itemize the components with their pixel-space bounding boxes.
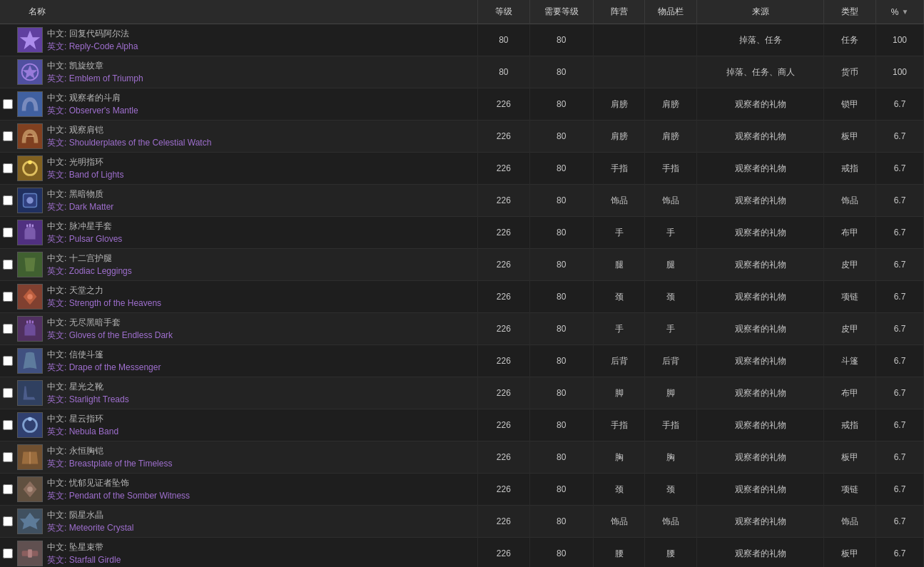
table-row: 中文: 坠星束带英文: Starfall Girdle22680腰腰观察者的礼物… (0, 538, 924, 568)
source-cell: 观察者的礼物 (696, 281, 824, 313)
name-cell: 中文: 忧郁见证者坠饰英文: Pendant of the Somber Wit… (0, 474, 478, 506)
item-en-name[interactable]: 英文: Meteorite Crystal (47, 522, 133, 534)
item-en-name[interactable]: 英文: Starfall Girdle (47, 554, 121, 566)
row-checkbox[interactable] (3, 516, 13, 526)
item-names: 中文: 星云指环英文: Nebula Band (47, 413, 118, 438)
name-cell: 中文: 光明指环英文: Band of Lights (0, 153, 478, 185)
item-en-name[interactable]: 英文: Reply-Code Alpha (47, 41, 138, 53)
item-en-name[interactable]: 英文: Gloves of the Endless Dark (47, 330, 173, 342)
slot-cell: 手指 (645, 409, 697, 441)
slot-cell: 手 (645, 313, 697, 345)
row-checkbox[interactable] (3, 548, 13, 558)
level-cell: 226 (478, 153, 530, 185)
row-checkbox[interactable] (3, 324, 13, 334)
item-en-name[interactable]: 英文: Pulsar Gloves (47, 233, 122, 245)
svg-point-33 (27, 486, 33, 492)
col-header-faction[interactable]: 阵营 (593, 0, 645, 24)
row-checkbox[interactable] (3, 228, 13, 237)
req-level-cell: 80 (529, 474, 593, 506)
items-table: 名称 等级 需要等级 阵营 物品栏 来源 类型 % ▼ 中文: 回复代码阿尔法英… (0, 0, 924, 567)
svg-rect-27 (18, 413, 42, 437)
name-cell: 中文: 观察者的斗肩英文: Observer's Mantle (0, 88, 478, 121)
req-level-cell: 80 (529, 185, 593, 217)
slot-cell: 脚 (645, 377, 697, 409)
table-row: 中文: 信使斗篷英文: Drape of the Messenger22680后… (0, 345, 924, 377)
svg-rect-38 (28, 549, 32, 557)
name-cell: 中文: 观察肩铠英文: Shoulderplates of the Celest… (0, 121, 478, 153)
row-checkbox[interactable] (3, 484, 13, 494)
item-cn-name: 中文: 忧郁见证者坠饰 (47, 477, 190, 489)
item-icon (17, 380, 43, 406)
item-en-name[interactable]: 英文: Starlight Treads (47, 394, 129, 406)
source-cell: 观察者的礼物 (696, 217, 824, 249)
level-cell: 226 (478, 217, 530, 249)
slot-cell (645, 56, 697, 88)
row-checkbox[interactable] (3, 99, 13, 109)
name-cell: 中文: 星云指环英文: Nebula Band (0, 409, 478, 441)
item-en-name[interactable]: 英文: Breastplate of the Timeless (47, 458, 172, 470)
source-cell: 观察者的礼物 (696, 441, 824, 474)
table-row: 中文: 陨星水晶英文: Meteorite Crystal22680饰品饰品观察… (0, 506, 924, 538)
row-checkbox[interactable] (3, 420, 13, 430)
col-header-type[interactable]: 类型 (824, 0, 876, 24)
item-icon (17, 412, 43, 438)
table-row: 中文: 光明指环英文: Band of Lights22680手指手指观察者的礼… (0, 153, 924, 185)
row-checkbox[interactable] (3, 388, 13, 398)
table-header-row: 名称 等级 需要等级 阵营 物品栏 来源 类型 % ▼ (0, 0, 924, 24)
item-en-name[interactable]: 英文: Zodiac Leggings (47, 265, 132, 277)
level-cell: 226 (478, 313, 530, 345)
level-cell: 226 (478, 441, 530, 474)
faction-cell: 饰品 (593, 506, 645, 538)
col-header-name[interactable]: 名称 (0, 0, 478, 24)
col-header-percent[interactable]: % ▼ (876, 0, 924, 24)
level-cell: 226 (478, 121, 530, 153)
row-checkbox[interactable] (3, 131, 13, 141)
item-cn-name: 中文: 坠星束带 (47, 541, 121, 553)
item-en-name[interactable]: 英文: Emblem of Triumph (47, 73, 143, 85)
svg-rect-26 (18, 381, 42, 405)
item-en-name[interactable]: 英文: Drape of the Messenger (47, 362, 161, 374)
col-header-level[interactable]: 等级 (478, 0, 530, 24)
item-icon (17, 444, 43, 470)
item-en-name[interactable]: 英文: Strength of the Heavens (47, 297, 161, 310)
col-header-source[interactable]: 来源 (696, 0, 824, 24)
req-level-cell: 80 (529, 506, 593, 538)
row-checkbox[interactable] (3, 195, 13, 205)
row-checkbox[interactable] (3, 356, 13, 366)
faction-cell: 脚 (593, 377, 645, 409)
col-header-req-level[interactable]: 需要等级 (529, 0, 593, 24)
slot-cell: 颈 (645, 474, 697, 506)
table-row: 中文: 黑暗物质英文: Dark Matter22680饰品饰品观察者的礼物饰品… (0, 185, 924, 217)
row-checkbox[interactable] (3, 163, 13, 173)
slot-cell: 腿 (645, 249, 697, 281)
type-cell: 饰品 (824, 185, 876, 217)
percent-cell: 6.7 (876, 121, 924, 153)
source-cell: 观察者的礼物 (696, 121, 824, 153)
faction-cell: 手指 (593, 153, 645, 185)
item-icon (17, 476, 43, 502)
source-cell: 观察者的礼物 (696, 153, 824, 185)
slot-cell: 饰品 (645, 506, 697, 538)
item-en-name[interactable]: 英文: Dark Matter (47, 201, 113, 213)
slot-cell: 腰 (645, 538, 697, 568)
item-en-name[interactable]: 英文: Shoulderplates of the Celestial Watc… (47, 137, 211, 149)
percent-cell: 6.7 (876, 88, 924, 121)
item-en-name[interactable]: 英文: Band of Lights (47, 169, 123, 181)
item-en-name[interactable]: 英文: Pendant of the Somber Witness (47, 490, 190, 502)
req-level-cell: 80 (529, 281, 593, 313)
item-cn-name: 中文: 星光之靴 (47, 381, 129, 393)
svg-point-13 (26, 197, 33, 203)
percent-cell: 6.7 (876, 538, 924, 568)
type-cell: 板甲 (824, 538, 876, 568)
item-en-name[interactable]: 英文: Observer's Mantle (47, 105, 138, 117)
percent-cell: 100 (876, 56, 924, 88)
row-checkbox[interactable] (3, 452, 13, 462)
main-table-container: 名称 等级 需要等级 阵营 物品栏 来源 类型 % ▼ 中文: 回复代码阿尔法英… (0, 0, 924, 567)
req-level-cell: 80 (529, 88, 593, 121)
row-checkbox[interactable] (3, 260, 13, 270)
item-cn-name: 中文: 无尽黑暗手套 (47, 317, 173, 329)
row-checkbox[interactable] (3, 292, 13, 302)
col-header-slot[interactable]: 物品栏 (645, 0, 697, 24)
item-en-name[interactable]: 英文: Nebula Band (47, 426, 118, 438)
slot-cell: 肩膀 (645, 88, 697, 121)
